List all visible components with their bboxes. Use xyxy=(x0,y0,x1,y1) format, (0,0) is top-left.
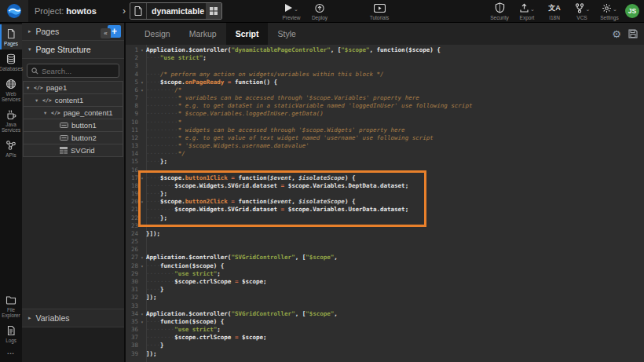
fold-gutter xyxy=(138,278,146,286)
pages-header-label: Pages xyxy=(36,27,60,36)
fold-marker-icon[interactable]: ▾ xyxy=(138,310,146,318)
sidebar-item-databases[interactable]: Databases xyxy=(0,49,22,75)
button-widget-icon xyxy=(60,134,68,141)
fold-marker-icon[interactable]: ▾ xyxy=(138,46,146,54)
fold-marker-icon[interactable]: ▾ xyxy=(138,254,146,261)
code-line-13: 13·········* '$scope.Widgets.username.da… xyxy=(126,142,644,150)
save-icon[interactable] xyxy=(628,29,638,38)
code-line-27: 27▾Application.$controller("SVGridContro… xyxy=(126,254,644,261)
tab-design[interactable]: Design xyxy=(135,23,180,45)
fold-gutter xyxy=(138,230,146,238)
fold-marker-icon[interactable]: ▾ xyxy=(138,262,146,270)
vcs-label: VCS xyxy=(576,15,587,20)
markup-tag-icon: </> xyxy=(34,85,43,91)
settings-button[interactable]: ⌄Settings xyxy=(597,2,622,21)
vcs-button[interactable]: ⌄VCS xyxy=(569,2,595,21)
code-line-32: 32]); xyxy=(126,294,644,302)
code-line-31: 31····} xyxy=(126,286,644,294)
fold-marker-icon[interactable]: ▾ xyxy=(138,86,146,94)
vcs-icon: ⌄ xyxy=(574,3,591,13)
page-selector[interactable]: dynamictable xyxy=(130,2,222,20)
tree-node-page1[interactable]: ▾</>page1 xyxy=(23,81,123,94)
deploy-button[interactable]: Deploy xyxy=(307,2,332,21)
editor-tabbar: DesignMarkupScriptStyle ⚙ xyxy=(126,23,644,45)
wavemaker-logo-icon xyxy=(6,3,22,19)
fold-gutter xyxy=(138,206,146,214)
tab-style[interactable]: Style xyxy=(268,23,305,45)
tree-node-button1[interactable]: button1 xyxy=(23,119,123,132)
sidebar-item-logs[interactable]: Logs xyxy=(0,321,22,346)
deploy-icon xyxy=(314,3,325,13)
sidebar-item-pages[interactable]: Pages xyxy=(0,24,22,49)
chevron-down-icon: ▾ xyxy=(35,97,42,104)
preview-button[interactable]: ⌄Preview xyxy=(279,2,304,21)
sidebar-item-java-services[interactable]: JavaServices xyxy=(0,105,22,136)
tree-node-page_content1[interactable]: ▾</>page_content1 xyxy=(23,106,123,119)
search-input[interactable]: Search... xyxy=(27,64,119,78)
code-line-36: 36········"use strict"; xyxy=(126,326,644,334)
code-line-39: 39]); xyxy=(126,350,644,358)
tutorials-button[interactable]: Tutorials xyxy=(367,2,392,21)
tree-node-button2[interactable]: button2 xyxy=(23,131,123,144)
code-line-8: 8·········* e.g. to get dataSet in a sta… xyxy=(126,102,644,110)
security-icon xyxy=(495,3,505,13)
collapse-panel-button[interactable]: « xyxy=(101,28,111,38)
panel-empty-space xyxy=(22,157,124,309)
fold-gutter xyxy=(138,190,146,198)
button-widget-icon xyxy=(60,122,68,129)
fold-gutter xyxy=(138,150,146,158)
variables-section-header[interactable]: ▸ Variables xyxy=(22,309,124,327)
topbar: Project: howtos › dynamictable ⌄PreviewD… xyxy=(0,0,644,23)
code-line-15: 15····}; xyxy=(126,158,644,166)
chevron-down-icon: ▾ xyxy=(44,110,51,116)
i18n-icon: 文A xyxy=(548,3,561,13)
fold-gutter xyxy=(138,222,146,230)
tree-node-content1[interactable]: ▾</>content1 xyxy=(23,93,123,107)
breadcrumb-chevron-icon: › xyxy=(123,5,126,16)
tree-node-SVGrid[interactable]: SVGrid xyxy=(23,144,123,157)
code-editor[interactable]: 1▾Application.$controller("dynamictableP… xyxy=(126,45,644,362)
security-button[interactable]: Security xyxy=(487,2,512,21)
code-line-33: 33 xyxy=(126,302,644,310)
editor-tab-actions: ⚙ xyxy=(612,23,638,45)
fold-gutter xyxy=(138,119,146,126)
page-structure-header[interactable]: ▾ Page Structure xyxy=(22,41,124,59)
code-line-38: 38····} xyxy=(126,342,644,349)
sidebar-item-file-explorer[interactable]: FileExplorer xyxy=(0,291,22,321)
tutorials-label: Tutorials xyxy=(370,15,390,20)
export-button[interactable]: ⌄Export xyxy=(514,2,540,21)
tab-script[interactable]: Script xyxy=(226,23,269,45)
fold-gutter xyxy=(138,142,146,150)
tree-node-label: content1 xyxy=(55,96,83,104)
script-settings-gear-icon[interactable]: ⚙ xyxy=(612,29,621,39)
sidebar-item-apis[interactable]: APIs xyxy=(0,136,22,161)
fold-gutter xyxy=(138,62,146,70)
page-structure-tree: ▾</>page1▾</>content1▾</>page_content1bu… xyxy=(23,82,123,157)
tree-node-label: page_content1 xyxy=(64,108,113,117)
grid-menu-icon[interactable] xyxy=(206,3,221,19)
code-line-35: 35▾····function($scope) { xyxy=(126,318,644,326)
search-placeholder: Search... xyxy=(42,67,71,75)
code-line-34: 34▾Application.$controller("SVGridContro… xyxy=(126,310,644,318)
fold-marker-icon[interactable]: ▾ xyxy=(138,79,146,86)
fold-gutter xyxy=(138,126,146,134)
code-line-23: 23 xyxy=(126,222,644,230)
chevron-down-icon: ▾ xyxy=(27,85,34,91)
fold-gutter xyxy=(138,71,146,79)
fold-gutter xyxy=(138,342,146,349)
tree-node-label: button2 xyxy=(71,133,97,142)
tab-markup[interactable]: Markup xyxy=(180,23,226,45)
tutorials-icon xyxy=(374,3,386,13)
fold-gutter xyxy=(138,286,146,294)
app-logo[interactable] xyxy=(0,0,28,22)
fold-marker-icon[interactable]: ▾ xyxy=(138,198,146,206)
fold-gutter xyxy=(138,350,146,358)
sidebar-more-icon[interactable]: ••• xyxy=(0,346,22,362)
sidebar-item-web-services[interactable]: WebServices xyxy=(0,75,22,105)
fold-marker-icon[interactable]: ▾ xyxy=(138,174,146,182)
editor: DesignMarkupScriptStyle ⚙ 1▾Application.… xyxy=(126,23,644,362)
i18n-button[interactable]: 文AI18N xyxy=(542,2,567,21)
user-avatar[interactable]: JS xyxy=(625,4,639,18)
fold-marker-icon[interactable]: ▾ xyxy=(138,318,146,326)
dropdown-chevron-icon: ⌄ xyxy=(294,7,298,12)
